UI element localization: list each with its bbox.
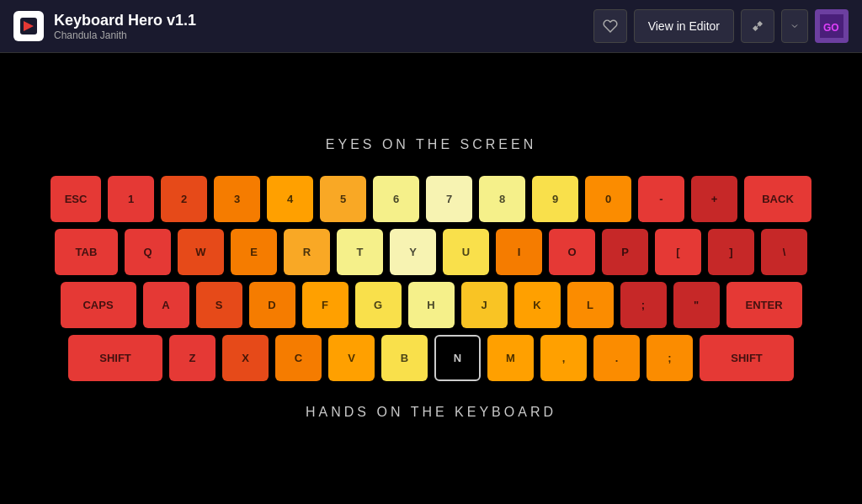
key-1[interactable]: 1 [108, 176, 154, 222]
key-row-4: SHIFT Z X C V B N M , . ; SHIFT [51, 335, 811, 381]
key-p[interactable]: P [602, 229, 648, 275]
key-k[interactable]: K [514, 282, 561, 328]
key-z[interactable]: Z [169, 335, 216, 381]
key-quote[interactable]: " [673, 282, 720, 328]
key-6[interactable]: 6 [373, 176, 419, 222]
key-7[interactable]: 7 [426, 176, 472, 222]
pin-button[interactable] [741, 9, 774, 43]
key-5[interactable]: 5 [320, 176, 366, 222]
header-left: Keyboard Hero v1.1 Chandula Janith [13, 11, 196, 41]
key-b[interactable]: B [381, 335, 428, 381]
key-plus[interactable]: + [691, 176, 737, 222]
key-minus[interactable]: - [638, 176, 684, 222]
key-x[interactable]: X [222, 335, 269, 381]
key-d[interactable]: D [249, 282, 295, 328]
key-w[interactable]: W [178, 229, 224, 275]
key-rbracket[interactable]: ] [708, 229, 754, 275]
key-y[interactable]: Y [390, 229, 436, 275]
keyboard: ESC 1 2 3 4 5 6 7 8 9 0 - + BACK TAB Q W… [51, 176, 811, 381]
key-caps[interactable]: CAPS [61, 282, 136, 328]
dropdown-button[interactable] [781, 9, 808, 43]
key-row-1: ESC 1 2 3 4 5 6 7 8 9 0 - + BACK [51, 176, 811, 222]
main-content: EYES ON THE SCREEN ESC 1 2 3 4 5 6 7 8 9… [0, 53, 862, 504]
key-backspace[interactable]: BACK [744, 176, 811, 222]
key-s[interactable]: S [196, 282, 242, 328]
key-0[interactable]: 0 [585, 176, 631, 222]
key-n[interactable]: N [434, 335, 481, 381]
key-period[interactable]: . [593, 335, 640, 381]
app-title: Keyboard Hero v1.1 [54, 12, 196, 29]
key-row-3: CAPS A S D F G H J K L ; " ENTER [51, 282, 811, 328]
key-esc[interactable]: ESC [51, 176, 101, 222]
key-shift-right[interactable]: SHIFT [700, 335, 794, 381]
key-t[interactable]: T [337, 229, 383, 275]
header-right: View in Editor GO [593, 9, 849, 43]
key-comma[interactable]: , [540, 335, 587, 381]
key-v[interactable]: V [328, 335, 375, 381]
key-o[interactable]: O [549, 229, 595, 275]
key-g[interactable]: G [355, 282, 402, 328]
bottom-text: HANDS ON THE KEYBOARD [306, 405, 556, 420]
view-in-editor-label: View in Editor [648, 19, 720, 33]
avatar-button[interactable]: GO [815, 9, 849, 43]
key-tab[interactable]: TAB [55, 229, 118, 275]
key-u[interactable]: U [443, 229, 489, 275]
key-r[interactable]: R [284, 229, 330, 275]
like-button[interactable] [593, 9, 627, 43]
app-title-block: Keyboard Hero v1.1 Chandula Janith [54, 12, 196, 41]
key-shift-left[interactable]: SHIFT [68, 335, 162, 381]
header: Keyboard Hero v1.1 Chandula Janith View … [0, 0, 862, 53]
key-e[interactable]: E [231, 229, 277, 275]
key-h[interactable]: H [408, 282, 455, 328]
key-i[interactable]: I [496, 229, 542, 275]
key-3[interactable]: 3 [214, 176, 260, 222]
key-m[interactable]: M [487, 335, 534, 381]
key-l[interactable]: L [567, 282, 614, 328]
key-f[interactable]: F [302, 282, 349, 328]
key-semicolon[interactable]: ; [620, 282, 667, 328]
key-2[interactable]: 2 [161, 176, 207, 222]
key-j[interactable]: J [461, 282, 508, 328]
key-9[interactable]: 9 [532, 176, 578, 222]
logo-icon [13, 11, 44, 41]
key-slash[interactable]: ; [646, 335, 693, 381]
key-4[interactable]: 4 [267, 176, 313, 222]
top-text: EYES ON THE SCREEN [326, 137, 536, 152]
app-author: Chandula Janith [54, 29, 196, 41]
view-in-editor-button[interactable]: View in Editor [634, 9, 734, 43]
key-a[interactable]: A [143, 282, 189, 328]
key-q[interactable]: Q [125, 229, 171, 275]
key-lbracket[interactable]: [ [655, 229, 701, 275]
key-enter[interactable]: ENTER [726, 282, 802, 328]
key-row-2: TAB Q W E R T Y U I O P [ ] \ [51, 229, 811, 275]
key-backslash[interactable]: \ [761, 229, 807, 275]
key-8[interactable]: 8 [479, 176, 525, 222]
key-c[interactable]: C [275, 335, 322, 381]
svg-text:GO: GO [823, 22, 839, 34]
